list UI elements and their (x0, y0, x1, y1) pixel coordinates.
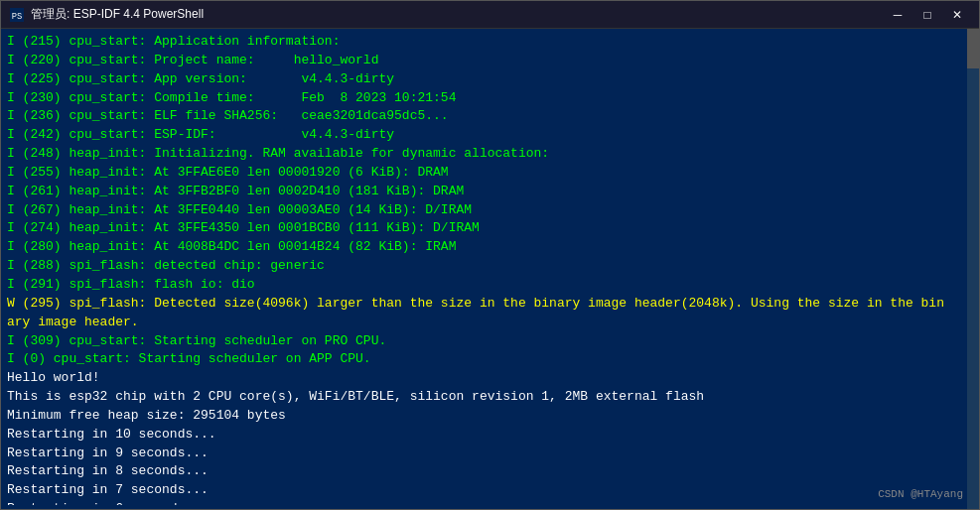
terminal-line: I (248) heap_init: Initializing. RAM ava… (7, 145, 973, 164)
terminal-line: I (0) cpu_start: Starting scheduler on A… (7, 350, 973, 369)
window-title: 管理员: ESP-IDF 4.4 PowerShell (31, 6, 204, 23)
terminal-line: Minimum free heap size: 295104 bytes (7, 407, 973, 426)
maximize-button[interactable]: □ (913, 5, 941, 25)
terminal-line: I (261) heap_init: At 3FFB2BF0 len 0002D… (7, 183, 973, 201)
terminal-line: This is esp32 chip with 2 CPU core(s), W… (7, 388, 973, 407)
terminal-line: Restarting in 7 seconds... (7, 481, 973, 500)
scrollbar-thumb[interactable] (967, 29, 979, 68)
terminal-line: Restarting in 9 seconds... (7, 445, 973, 463)
terminal-line: Restarting in 8 seconds... (7, 462, 973, 481)
svg-text:PS: PS (12, 11, 23, 21)
terminal-line: ary image header. (7, 314, 973, 332)
terminal-line: I (309) cpu_start: Starting scheduler on… (7, 332, 973, 351)
terminal-content: I (215) cpu_start: Application informati… (7, 33, 973, 505)
terminal-line: Hello world! (7, 369, 973, 388)
terminal-line: Restarting in 10 seconds... (7, 426, 973, 445)
terminal-line: I (225) cpu_start: App version: v4.4.3-d… (7, 70, 973, 89)
title-bar-controls: ─ □ ✕ (884, 5, 971, 25)
terminal-line: I (236) cpu_start: ELF file SHA256: ceae… (7, 107, 973, 126)
terminal-line: I (291) spi_flash: flash io: dio (7, 276, 973, 295)
terminal-line: I (220) cpu_start: Project name: hello_w… (7, 52, 973, 70)
terminal-line: I (274) heap_init: At 3FFE4350 len 0001B… (7, 219, 973, 238)
title-bar-left: PS 管理员: ESP-IDF 4.4 PowerShell (9, 6, 204, 23)
close-button[interactable]: ✕ (943, 5, 971, 25)
terminal-line: I (280) heap_init: At 4008B4DC len 00014… (7, 238, 973, 257)
terminal-line: I (230) cpu_start: Compile time: Feb 8 2… (7, 89, 973, 108)
terminal-line: I (267) heap_init: At 3FFE0440 len 00003… (7, 201, 973, 220)
watermark: CSDN @HTAyang (878, 487, 963, 503)
scrollbar[interactable] (967, 29, 979, 509)
terminal-line: I (242) cpu_start: ESP-IDF: v4.4.3-dirty (7, 126, 973, 145)
window: PS 管理员: ESP-IDF 4.4 PowerShell ─ □ ✕ I (… (0, 0, 980, 510)
terminal-line: I (215) cpu_start: Application informati… (7, 33, 973, 52)
terminal-line: W (295) spi_flash: Detected size(4096k) … (7, 295, 973, 314)
terminal-window[interactable]: I (215) cpu_start: Application informati… (1, 29, 979, 509)
minimize-button[interactable]: ─ (884, 5, 911, 25)
terminal-line: I (255) heap_init: At 3FFAE6E0 len 00001… (7, 164, 973, 183)
title-bar: PS 管理员: ESP-IDF 4.4 PowerShell ─ □ ✕ (1, 1, 979, 29)
powershell-icon: PS (9, 7, 25, 23)
terminal-line: I (288) spi_flash: detected chip: generi… (7, 257, 973, 276)
terminal-line: Restarting in 6 seconds... (7, 500, 973, 505)
